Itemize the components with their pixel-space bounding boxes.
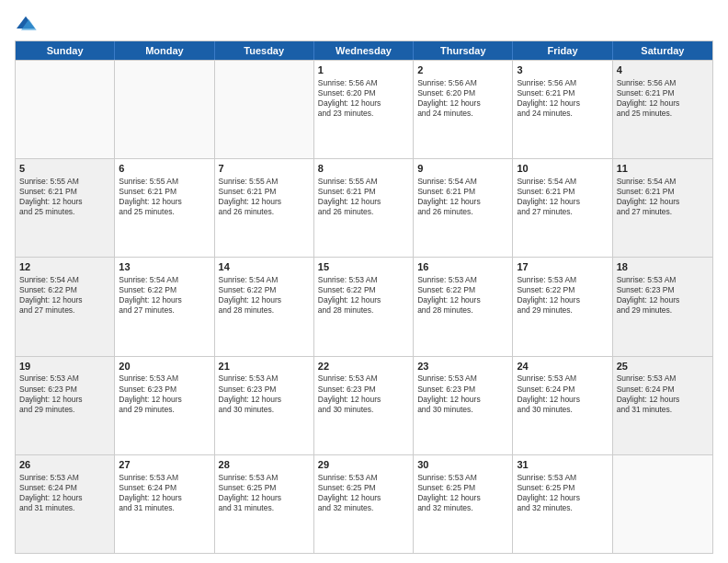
day-cell-3: 3Sunrise: 5:56 AM Sunset: 6:21 PM Daylig… bbox=[513, 61, 612, 158]
day-number: 10 bbox=[517, 162, 608, 176]
day-number: 4 bbox=[617, 63, 709, 77]
day-cell-24: 24Sunrise: 5:53 AM Sunset: 6:24 PM Dayli… bbox=[513, 357, 612, 454]
day-cell-28: 28Sunrise: 5:53 AM Sunset: 6:25 PM Dayli… bbox=[215, 455, 314, 553]
day-info: Sunrise: 5:56 AM Sunset: 6:20 PM Dayligh… bbox=[318, 78, 409, 119]
day-number: 5 bbox=[19, 162, 110, 176]
day-number: 30 bbox=[417, 458, 508, 472]
day-cell-17: 17Sunrise: 5:53 AM Sunset: 6:22 PM Dayli… bbox=[513, 258, 612, 355]
day-cell-6: 6Sunrise: 5:55 AM Sunset: 6:21 PM Daylig… bbox=[115, 159, 214, 257]
day-info: Sunrise: 5:53 AM Sunset: 6:25 PM Dayligh… bbox=[219, 473, 310, 513]
day-info: Sunrise: 5:56 AM Sunset: 6:20 PM Dayligh… bbox=[417, 78, 508, 119]
day-number: 16 bbox=[417, 260, 508, 274]
day-cell-4: 4Sunrise: 5:56 AM Sunset: 6:21 PM Daylig… bbox=[613, 61, 712, 158]
day-cell-26: 26Sunrise: 5:53 AM Sunset: 6:24 PM Dayli… bbox=[16, 455, 115, 553]
day-info: Sunrise: 5:55 AM Sunset: 6:21 PM Dayligh… bbox=[318, 177, 409, 217]
week-row-1: 5Sunrise: 5:55 AM Sunset: 6:21 PM Daylig… bbox=[16, 158, 712, 257]
day-cell-27: 27Sunrise: 5:53 AM Sunset: 6:24 PM Dayli… bbox=[115, 455, 214, 553]
day-info: Sunrise: 5:53 AM Sunset: 6:22 PM Dayligh… bbox=[517, 275, 608, 316]
header bbox=[15, 15, 713, 33]
day-number: 11 bbox=[617, 162, 709, 176]
day-number: 24 bbox=[517, 360, 608, 373]
weekday-header-wednesday: Wednesday bbox=[314, 41, 414, 60]
calendar-body: 1Sunrise: 5:56 AM Sunset: 6:20 PM Daylig… bbox=[16, 60, 712, 553]
calendar-header: SundayMondayTuesdayWednesdayThursdayFrid… bbox=[16, 41, 712, 60]
day-cell-14: 14Sunrise: 5:54 AM Sunset: 6:22 PM Dayli… bbox=[215, 258, 314, 355]
day-info: Sunrise: 5:53 AM Sunset: 6:24 PM Dayligh… bbox=[517, 373, 608, 414]
day-cell-29: 29Sunrise: 5:53 AM Sunset: 6:25 PM Dayli… bbox=[314, 455, 414, 553]
day-info: Sunrise: 5:53 AM Sunset: 6:22 PM Dayligh… bbox=[318, 275, 409, 316]
day-number: 20 bbox=[119, 360, 210, 373]
week-row-2: 12Sunrise: 5:54 AM Sunset: 6:22 PM Dayli… bbox=[16, 257, 712, 355]
day-info: Sunrise: 5:53 AM Sunset: 6:23 PM Dayligh… bbox=[219, 373, 310, 414]
day-info: Sunrise: 5:53 AM Sunset: 6:24 PM Dayligh… bbox=[119, 473, 210, 513]
day-info: Sunrise: 5:54 AM Sunset: 6:22 PM Dayligh… bbox=[219, 275, 310, 316]
day-number: 13 bbox=[119, 260, 210, 274]
day-number: 27 bbox=[119, 458, 210, 472]
logo bbox=[15, 15, 40, 33]
weekday-header-monday: Monday bbox=[115, 41, 214, 60]
day-info: Sunrise: 5:53 AM Sunset: 6:22 PM Dayligh… bbox=[417, 275, 508, 316]
day-info: Sunrise: 5:54 AM Sunset: 6:21 PM Dayligh… bbox=[617, 177, 709, 217]
day-number: 23 bbox=[417, 360, 508, 373]
day-number: 22 bbox=[318, 360, 409, 373]
day-number: 14 bbox=[219, 260, 310, 274]
day-cell-8: 8Sunrise: 5:55 AM Sunset: 6:21 PM Daylig… bbox=[314, 159, 414, 257]
day-info: Sunrise: 5:55 AM Sunset: 6:21 PM Dayligh… bbox=[119, 177, 210, 217]
day-number: 19 bbox=[19, 360, 110, 373]
day-number: 12 bbox=[19, 260, 110, 274]
day-number: 9 bbox=[417, 162, 508, 176]
day-cell-15: 15Sunrise: 5:53 AM Sunset: 6:22 PM Dayli… bbox=[314, 258, 414, 355]
day-number: 18 bbox=[617, 260, 709, 274]
weekday-header-thursday: Thursday bbox=[414, 41, 513, 60]
day-cell-20: 20Sunrise: 5:53 AM Sunset: 6:23 PM Dayli… bbox=[115, 357, 214, 454]
day-cell-23: 23Sunrise: 5:53 AM Sunset: 6:23 PM Dayli… bbox=[414, 357, 513, 454]
week-row-4: 26Sunrise: 5:53 AM Sunset: 6:24 PM Dayli… bbox=[16, 454, 712, 553]
day-info: Sunrise: 5:54 AM Sunset: 6:22 PM Dayligh… bbox=[19, 275, 110, 316]
day-number: 6 bbox=[119, 162, 210, 176]
day-info: Sunrise: 5:53 AM Sunset: 6:23 PM Dayligh… bbox=[417, 373, 508, 414]
day-info: Sunrise: 5:55 AM Sunset: 6:21 PM Dayligh… bbox=[19, 177, 110, 217]
day-cell-12: 12Sunrise: 5:54 AM Sunset: 6:22 PM Dayli… bbox=[16, 258, 115, 355]
day-number: 7 bbox=[219, 162, 310, 176]
day-number: 2 bbox=[417, 63, 508, 77]
day-cell-22: 22Sunrise: 5:53 AM Sunset: 6:23 PM Dayli… bbox=[314, 357, 414, 454]
empty-cell bbox=[215, 61, 314, 158]
day-number: 8 bbox=[318, 162, 409, 176]
day-number: 17 bbox=[517, 260, 608, 274]
day-cell-5: 5Sunrise: 5:55 AM Sunset: 6:21 PM Daylig… bbox=[16, 159, 115, 257]
day-info: Sunrise: 5:53 AM Sunset: 6:25 PM Dayligh… bbox=[417, 473, 508, 513]
day-info: Sunrise: 5:54 AM Sunset: 6:22 PM Dayligh… bbox=[119, 275, 210, 316]
day-info: Sunrise: 5:56 AM Sunset: 6:21 PM Dayligh… bbox=[617, 78, 709, 119]
day-number: 29 bbox=[318, 458, 409, 472]
week-row-3: 19Sunrise: 5:53 AM Sunset: 6:23 PM Dayli… bbox=[16, 356, 712, 454]
day-cell-7: 7Sunrise: 5:55 AM Sunset: 6:21 PM Daylig… bbox=[215, 159, 314, 257]
day-number: 15 bbox=[318, 260, 409, 274]
day-number: 1 bbox=[318, 63, 409, 77]
day-info: Sunrise: 5:53 AM Sunset: 6:23 PM Dayligh… bbox=[119, 373, 210, 414]
day-info: Sunrise: 5:53 AM Sunset: 6:23 PM Dayligh… bbox=[318, 373, 409, 414]
day-number: 3 bbox=[517, 63, 608, 77]
day-cell-18: 18Sunrise: 5:53 AM Sunset: 6:23 PM Dayli… bbox=[613, 258, 712, 355]
day-cell-19: 19Sunrise: 5:53 AM Sunset: 6:23 PM Dayli… bbox=[16, 357, 115, 454]
day-cell-1: 1Sunrise: 5:56 AM Sunset: 6:20 PM Daylig… bbox=[314, 61, 414, 158]
weekday-header-tuesday: Tuesday bbox=[215, 41, 314, 60]
empty-cell bbox=[16, 61, 115, 158]
day-cell-25: 25Sunrise: 5:53 AM Sunset: 6:24 PM Dayli… bbox=[613, 357, 712, 454]
day-number: 26 bbox=[19, 458, 110, 472]
day-info: Sunrise: 5:54 AM Sunset: 6:21 PM Dayligh… bbox=[417, 177, 508, 217]
day-cell-13: 13Sunrise: 5:54 AM Sunset: 6:22 PM Dayli… bbox=[115, 258, 214, 355]
day-info: Sunrise: 5:53 AM Sunset: 6:25 PM Dayligh… bbox=[517, 473, 608, 513]
day-cell-10: 10Sunrise: 5:54 AM Sunset: 6:21 PM Dayli… bbox=[513, 159, 612, 257]
day-info: Sunrise: 5:53 AM Sunset: 6:24 PM Dayligh… bbox=[19, 473, 110, 513]
day-number: 31 bbox=[517, 458, 608, 472]
weekday-header-sunday: Sunday bbox=[16, 41, 115, 60]
day-info: Sunrise: 5:56 AM Sunset: 6:21 PM Dayligh… bbox=[517, 78, 608, 119]
day-number: 28 bbox=[219, 458, 310, 472]
day-cell-30: 30Sunrise: 5:53 AM Sunset: 6:25 PM Dayli… bbox=[414, 455, 513, 553]
day-cell-2: 2Sunrise: 5:56 AM Sunset: 6:20 PM Daylig… bbox=[414, 61, 513, 158]
day-cell-9: 9Sunrise: 5:54 AM Sunset: 6:21 PM Daylig… bbox=[414, 159, 513, 257]
day-cell-31: 31Sunrise: 5:53 AM Sunset: 6:25 PM Dayli… bbox=[513, 455, 612, 553]
empty-cell bbox=[115, 61, 214, 158]
day-info: Sunrise: 5:54 AM Sunset: 6:21 PM Dayligh… bbox=[517, 177, 608, 217]
calendar: SundayMondayTuesdayWednesdayThursdayFrid… bbox=[15, 40, 713, 554]
